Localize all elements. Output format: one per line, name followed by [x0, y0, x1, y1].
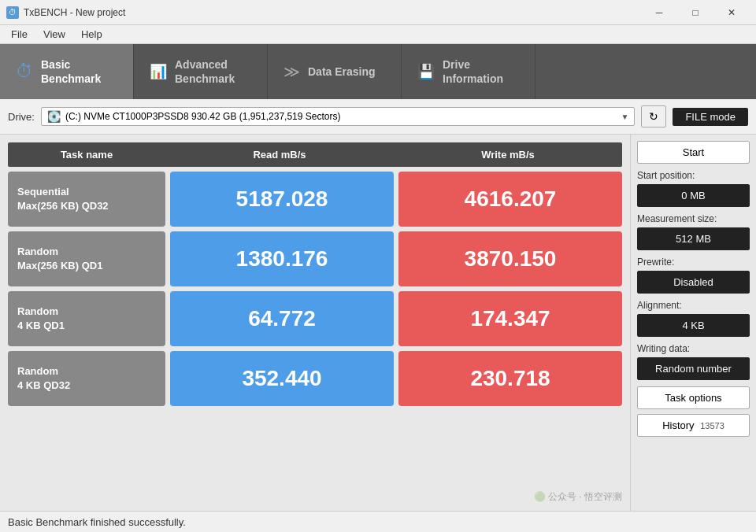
task-name-sequential: SequentialMax(256 KB) QD32 — [8, 172, 165, 227]
window-title: TxBENCH - New project — [24, 7, 641, 18]
task-name-random-4k-qd1: Random4 KB QD1 — [8, 291, 165, 346]
start-button[interactable]: Start — [637, 141, 750, 164]
minimize-button[interactable]: ─ — [641, 0, 677, 25]
file-mode-button[interactable]: FILE mode — [673, 108, 748, 126]
tab-data-erasing[interactable]: ≫ Data Erasing — [268, 44, 402, 99]
menu-help[interactable]: Help — [73, 27, 110, 42]
benchmark-area: Task name Read mB/s Write mB/s Sequentia… — [0, 135, 630, 511]
read-value-random-4k-qd1: 64.772 — [170, 291, 394, 346]
tab-advanced-label: AdvancedBenchmark — [175, 57, 235, 86]
tab-drive-label: DriveInformation — [443, 57, 503, 86]
write-value-random-4k-qd1: 174.347 — [398, 291, 622, 346]
write-value-sequential: 4616.207 — [398, 172, 622, 227]
close-button[interactable]: ✕ — [713, 0, 750, 25]
table-row: RandomMax(256 KB) QD1 1380.176 3870.150 — [8, 231, 622, 286]
drive-selector-row: Drive: 💽 (C:) NVMe CT1000P3PSSD8 930.42 … — [0, 99, 756, 135]
statusbar: Basic Benchmark finished successfully. — [0, 511, 756, 532]
chevron-down-icon: ▼ — [621, 113, 629, 121]
measurement-size-value[interactable]: 512 MB — [637, 227, 750, 250]
table-header: Task name Read mB/s Write mB/s — [8, 142, 622, 167]
read-value-random-max: 1380.176 — [170, 231, 394, 286]
start-position-label: Start position: — [637, 170, 750, 181]
start-position-value[interactable]: 0 MB — [637, 184, 750, 207]
right-panel: Start Start position: 0 MB Measurement s… — [630, 135, 756, 511]
alignment-label: Alignment: — [637, 300, 750, 311]
watermark: 🟢 公众号 · 悟空评测 — [534, 490, 622, 504]
drive-select[interactable]: (C:) NVMe CT1000P3PSSD8 930.42 GB (1,951… — [41, 107, 635, 126]
drive-label: Drive: — [8, 111, 35, 123]
maximize-button[interactable]: □ — [677, 0, 713, 25]
history-count: 13573 — [700, 421, 724, 430]
read-value-sequential: 5187.028 — [170, 172, 394, 227]
measurement-size-label: Measurement size: — [637, 213, 750, 224]
menubar: File View Help — [0, 25, 756, 44]
col-write: Write mB/s — [394, 149, 622, 161]
status-text: Basic Benchmark finished successfully. — [8, 516, 186, 528]
writing-data-label: Writing data: — [637, 343, 750, 354]
table-row: SequentialMax(256 KB) QD32 5187.028 4616… — [8, 172, 622, 227]
tab-basic-label: BasicBenchmark — [41, 57, 101, 86]
task-name-random-max: RandomMax(256 KB) QD1 — [8, 231, 165, 286]
history-label: History — [662, 419, 694, 431]
app-icon: ⏱ — [6, 6, 19, 19]
col-task-name: Task name — [8, 149, 165, 161]
drive-disk-icon: 💽 — [47, 110, 61, 123]
tab-basic-benchmark[interactable]: ⏱ BasicBenchmark — [0, 44, 134, 99]
table-row: Random4 KB QD1 64.772 174.347 — [8, 291, 622, 346]
prewrite-value[interactable]: Disabled — [637, 271, 750, 294]
history-button[interactable]: History 13573 — [637, 414, 750, 437]
titlebar: ⏱ TxBENCH - New project ─ □ ✕ — [0, 0, 756, 25]
write-value-random-max: 3870.150 — [398, 231, 622, 286]
drive-selector-wrapper: 💽 (C:) NVMe CT1000P3PSSD8 930.42 GB (1,9… — [41, 107, 635, 126]
prewrite-label: Prewrite: — [637, 257, 750, 268]
task-options-button[interactable]: Task options — [637, 386, 750, 409]
menu-view[interactable]: View — [35, 27, 73, 42]
data-erasing-icon: ≫ — [284, 62, 300, 81]
menu-file[interactable]: File — [3, 27, 35, 42]
alignment-value[interactable]: 4 KB — [637, 314, 750, 337]
col-read: Read mB/s — [165, 149, 394, 161]
writing-data-value[interactable]: Random number — [637, 357, 750, 380]
main-content: Task name Read mB/s Write mB/s Sequentia… — [0, 135, 756, 511]
read-value-random-4k-qd32: 352.440 — [170, 351, 394, 406]
tab-advanced-benchmark[interactable]: 📊 AdvancedBenchmark — [134, 44, 268, 99]
table-row: Random4 KB QD32 352.440 230.718 — [8, 351, 622, 406]
tab-erasing-label: Data Erasing — [308, 65, 376, 79]
advanced-benchmark-icon: 📊 — [150, 63, 167, 80]
tab-drive-information[interactable]: 💾 DriveInformation — [402, 44, 536, 99]
task-name-random-4k-qd32: Random4 KB QD32 — [8, 351, 165, 406]
drive-info-icon: 💾 — [417, 63, 435, 80]
write-value-random-4k-qd32: 230.718 — [398, 351, 622, 406]
basic-benchmark-icon: ⏱ — [16, 61, 33, 82]
window-controls: ─ □ ✕ — [641, 0, 750, 25]
drive-refresh-button[interactable]: ↻ — [641, 105, 666, 127]
tab-bar: ⏱ BasicBenchmark 📊 AdvancedBenchmark ≫ D… — [0, 44, 756, 99]
